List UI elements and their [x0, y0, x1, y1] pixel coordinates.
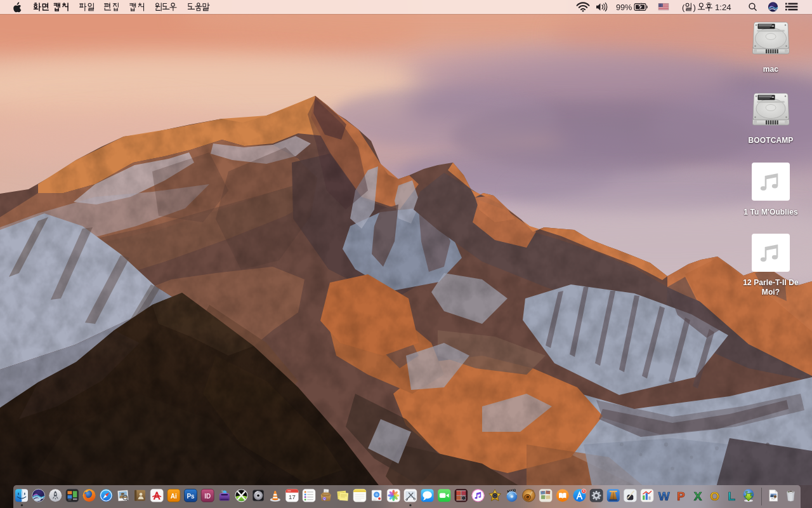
svg-text:Ps: Ps — [187, 493, 195, 500]
svg-text:PDF: PDF — [771, 498, 776, 500]
svg-text:P: P — [677, 490, 685, 503]
svg-text:X: X — [694, 490, 702, 503]
svg-text:O: O — [710, 490, 719, 503]
svg-text:4: 4 — [583, 489, 585, 493]
svg-text:L: L — [728, 490, 735, 503]
svg-text:Q: Q — [324, 497, 326, 500]
svg-text:17: 17 — [289, 493, 296, 500]
svg-text:Ai: Ai — [171, 493, 177, 500]
svg-text:W: W — [658, 490, 670, 503]
svg-text:ID: ID — [204, 493, 211, 500]
